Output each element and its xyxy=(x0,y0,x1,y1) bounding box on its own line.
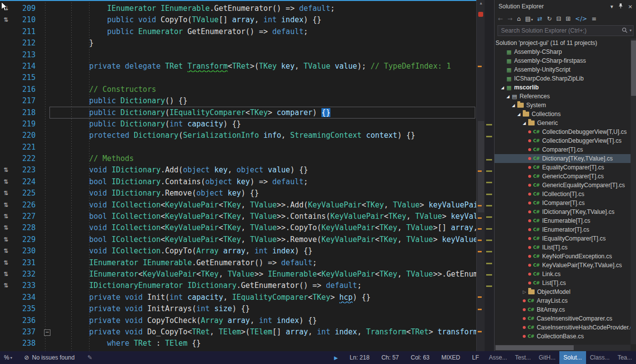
line-number[interactable]: 215 xyxy=(12,72,36,83)
tree-item-file[interactable]: C#GenericEqualityComparer[T].cs xyxy=(495,181,631,190)
back-icon[interactable]: ← xyxy=(498,15,503,22)
zoom-control[interactable]: % ▾ xyxy=(4,354,12,361)
implements-glyph-icon[interactable]: ⇅ xyxy=(0,188,12,199)
line-number[interactable]: 214 xyxy=(12,61,36,72)
code-line-235[interactable]: 235 private void InitArrays(int size) {} xyxy=(0,303,476,315)
code-line-227[interactable]: ⇅227 bool ICollection<KeyValuePair<TKey,… xyxy=(0,211,476,222)
line-number[interactable]: 221 xyxy=(12,142,36,153)
tree-item-file[interactable]: C#KeyValuePair[TKey,TValue].cs xyxy=(495,261,631,270)
panel-vertical-scrollbar[interactable] xyxy=(631,39,636,344)
search-input[interactable] xyxy=(498,25,634,36)
implements-glyph-icon[interactable]: ⇅ xyxy=(0,280,12,291)
code-line-217[interactable]: 217 public Dictionary() {} xyxy=(0,95,476,107)
tree-item-file[interactable]: C#Link.cs xyxy=(495,270,631,279)
code-line-211[interactable]: 211 public Enumerator GetEnumerator() =>… xyxy=(0,26,476,38)
fold-collapse-icon[interactable]: − xyxy=(44,329,50,336)
tree-item-file[interactable]: C#CaseInsensitiveComparer.cs xyxy=(495,314,631,323)
line-number[interactable]: 228 xyxy=(12,222,36,234)
char-indicator[interactable]: Ch: 57 xyxy=(381,354,399,361)
tree-item-file[interactable]: C#CollectionBase.cs xyxy=(495,332,631,341)
implements-glyph-icon[interactable]: ⇅ xyxy=(0,245,12,257)
panel-horizontal-scrollbar[interactable] xyxy=(495,345,631,351)
tree-item-file[interactable]: C#CaseInsensitiveHashCodeProvider.cs xyxy=(495,323,631,332)
implements-glyph-icon[interactable]: ⇅ xyxy=(0,211,12,222)
tree-item-file[interactable]: C#BitArray.cs xyxy=(495,305,631,314)
edit-mode-icon[interactable]: ✎ xyxy=(88,354,92,361)
tool-window-tab[interactable]: Class... xyxy=(586,351,614,364)
code-line-216[interactable]: 216 // Constructors xyxy=(0,84,476,95)
code-line-223[interactable]: ⇅223 void IDictionary.Add(object key, ob… xyxy=(0,164,476,176)
code-line-210[interactable]: ⇅210 public void CopyTo(TValue[] array, … xyxy=(0,14,476,26)
line-number[interactable]: 227 xyxy=(12,211,36,222)
expanded-arrow-icon[interactable]: ◢ xyxy=(517,112,523,117)
tree-item-file[interactable]: C#Comparer[T].cs xyxy=(495,145,631,154)
code-line-219[interactable]: 219 public Dictionary(int capacity) {} xyxy=(0,119,476,130)
implements-glyph-icon[interactable]: ⇅ xyxy=(0,164,12,176)
tree-item-file[interactable]: C#List[T].cs xyxy=(495,279,631,287)
tree-item-file[interactable]: C#ArrayList.cs xyxy=(495,296,631,305)
tree-item-file[interactable]: C#EqualityComparer[T].cs xyxy=(495,163,631,172)
code-line-212[interactable]: 212 } xyxy=(0,38,476,49)
tool-window-tab[interactable]: Test... xyxy=(511,351,535,364)
tree-item-project[interactable]: ◢▦mscorlib xyxy=(495,83,631,92)
eol-indicator[interactable]: LF xyxy=(472,354,479,361)
tree-item-file[interactable]: C#ICollection[T].cs xyxy=(495,190,631,199)
tree-item-file[interactable]: C#KeyNotFoundException.cs xyxy=(495,252,631,261)
tree-item-file[interactable]: C#Dictionary[TKey,TValue].cs xyxy=(495,154,631,163)
tree-item-file[interactable]: C#IComparer[T].cs xyxy=(495,199,631,207)
implements-glyph-icon[interactable]: ⇅ xyxy=(0,14,12,26)
code-line-220[interactable]: 220 protected Dictionary(SerializationIn… xyxy=(0,130,476,141)
code-editor[interactable]: ⇅209 IEnumerator IEnumerable.GetEnumerat… xyxy=(0,0,476,351)
expanded-arrow-icon[interactable]: ◢ xyxy=(501,85,506,90)
implements-glyph-icon[interactable]: ⇅ xyxy=(0,269,12,280)
implements-glyph-icon[interactable]: ⇅ xyxy=(0,176,12,188)
collapsed-arrow-icon[interactable]: ▷ xyxy=(523,289,528,294)
tree-item-file[interactable]: C#IEnumerable[T].cs xyxy=(495,216,631,225)
view-code-icon[interactable]: </> xyxy=(575,15,587,22)
tree-item-folder[interactable]: ◢System xyxy=(495,101,631,110)
line-number[interactable]: 234 xyxy=(12,292,36,303)
scrollbar-thumb[interactable] xyxy=(478,121,484,212)
line-number[interactable]: 229 xyxy=(12,234,36,245)
line-number[interactable]: 232 xyxy=(12,269,36,280)
line-number[interactable]: 211 xyxy=(12,26,36,38)
tree-item-file[interactable]: C#IDictionary[TKey,TValue].cs xyxy=(495,207,631,216)
code-line-214[interactable]: 214 private delegate TRet Transform<TRet… xyxy=(0,61,476,72)
code-line-233[interactable]: ⇅233 IDictionaryEnumerator IDictionary.G… xyxy=(0,280,476,291)
tree-item-folder[interactable]: ▷ObjectModel xyxy=(495,287,631,296)
line-number[interactable]: 238 xyxy=(12,338,36,349)
tree-item-file[interactable]: C#GenericComparer[T].cs xyxy=(495,172,631,181)
tool-window-tab[interactable]: Asse... xyxy=(485,351,511,364)
search-options-icon[interactable]: ▾ xyxy=(630,28,632,33)
forward-icon[interactable]: → xyxy=(507,15,512,22)
line-number[interactable]: 233 xyxy=(12,280,36,291)
tree-item-project[interactable]: ▦Assembly-CSharp xyxy=(495,47,631,56)
code-line-231[interactable]: ⇅231 IEnumerator IEnumerable.GetEnumerat… xyxy=(0,257,476,269)
tree-item-project[interactable]: ▦Assembly-CSharp-firstpass xyxy=(495,56,631,65)
expanded-arrow-icon[interactable]: ◢ xyxy=(512,103,517,108)
code-line-222[interactable]: 222 // Methods xyxy=(0,153,476,164)
code-line-224[interactable]: ⇅224 bool IDictionary.Contains(object ke… xyxy=(0,176,476,188)
line-number[interactable]: 231 xyxy=(12,257,36,269)
home-icon[interactable]: ⌂ xyxy=(517,15,521,22)
tree-item-refs[interactable]: ◢▤References xyxy=(495,92,631,101)
tree-item-file[interactable]: C#CollectionDebuggerView[T,U].cs xyxy=(495,127,631,136)
line-number[interactable]: 216 xyxy=(12,84,36,95)
code-line-230[interactable]: ⇅230 void ICollection.CopyTo(Array array… xyxy=(0,245,476,257)
tree-item-project[interactable]: ▦Assembly-UnityScript xyxy=(495,65,631,74)
code-line-236[interactable]: 236 private void CopyToCheck(Array array… xyxy=(0,315,476,326)
code-line-215[interactable]: 215 xyxy=(0,72,476,83)
properties-icon[interactable]: ≡ xyxy=(591,15,596,22)
search-icon[interactable] xyxy=(622,27,628,33)
code-line-209[interactable]: ⇅209 IEnumerator IEnumerable.GetEnumerat… xyxy=(0,3,476,14)
line-number[interactable]: 237 xyxy=(12,326,36,338)
line-number[interactable]: 222 xyxy=(12,153,36,164)
line-number[interactable]: 212 xyxy=(12,38,36,49)
column-indicator[interactable]: Col: 63 xyxy=(410,354,429,361)
line-number[interactable]: 210 xyxy=(12,14,36,26)
close-icon[interactable]: × xyxy=(628,3,633,10)
indent-mode-indicator[interactable]: MIXED xyxy=(442,354,460,361)
sync-with-active-document-icon[interactable]: ⇄ xyxy=(538,15,543,22)
window-position-icon[interactable]: ▾ xyxy=(610,3,613,10)
pin-icon[interactable] xyxy=(618,3,623,10)
